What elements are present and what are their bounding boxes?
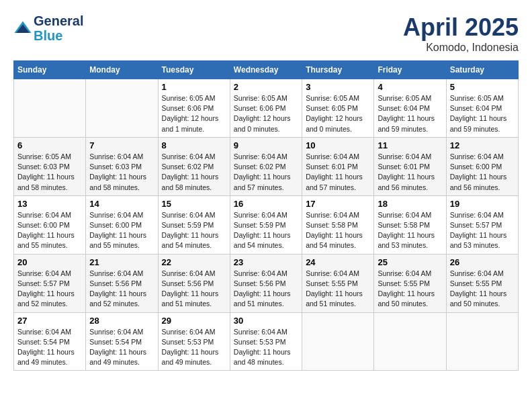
day-number: 30 xyxy=(234,316,298,326)
day-info: Sunrise: 6:04 AM Sunset: 6:02 PM Dayligh… xyxy=(162,152,226,193)
calendar-cell: 15Sunrise: 6:04 AM Sunset: 5:59 PM Dayli… xyxy=(158,195,230,254)
logo-icon xyxy=(13,19,32,38)
day-number: 14 xyxy=(89,199,154,209)
day-info: Sunrise: 6:04 AM Sunset: 6:03 PM Dayligh… xyxy=(89,152,154,193)
day-info: Sunrise: 6:04 AM Sunset: 6:00 PM Dayligh… xyxy=(17,210,82,251)
calendar-cell: 18Sunrise: 6:04 AM Sunset: 5:58 PM Dayli… xyxy=(374,195,446,254)
day-number: 19 xyxy=(450,199,515,209)
day-info: Sunrise: 6:05 AM Sunset: 6:06 PM Dayligh… xyxy=(162,93,226,134)
day-number: 11 xyxy=(378,140,442,150)
col-friday: Friday xyxy=(374,61,446,79)
calendar-cell: 9Sunrise: 6:04 AM Sunset: 6:02 PM Daylig… xyxy=(230,137,302,195)
calendar-cell: 1Sunrise: 6:05 AM Sunset: 6:06 PM Daylig… xyxy=(158,79,230,138)
day-number: 13 xyxy=(17,199,82,209)
day-number: 28 xyxy=(89,316,154,326)
day-number: 9 xyxy=(234,140,298,150)
calendar-cell: 16Sunrise: 6:04 AM Sunset: 5:59 PM Dayli… xyxy=(230,195,302,254)
calendar-week-row: 6Sunrise: 6:05 AM Sunset: 6:03 PM Daylig… xyxy=(14,137,519,195)
day-info: Sunrise: 6:05 AM Sunset: 6:04 PM Dayligh… xyxy=(450,93,515,134)
day-number: 2 xyxy=(234,82,298,92)
calendar-subtitle: Komodo, Indonesia xyxy=(403,42,519,54)
day-info: Sunrise: 6:04 AM Sunset: 5:54 PM Dayligh… xyxy=(17,327,82,368)
day-info: Sunrise: 6:04 AM Sunset: 5:57 PM Dayligh… xyxy=(17,269,82,310)
calendar-cell: 8Sunrise: 6:04 AM Sunset: 6:02 PM Daylig… xyxy=(158,137,230,195)
col-tuesday: Tuesday xyxy=(158,61,230,79)
day-number: 16 xyxy=(234,199,298,209)
day-info: Sunrise: 6:05 AM Sunset: 6:04 PM Dayligh… xyxy=(378,93,442,134)
day-number: 21 xyxy=(89,257,154,267)
day-info: Sunrise: 6:04 AM Sunset: 5:54 PM Dayligh… xyxy=(89,327,154,368)
calendar-cell: 26Sunrise: 6:04 AM Sunset: 5:55 PM Dayli… xyxy=(446,254,518,312)
day-info: Sunrise: 6:04 AM Sunset: 6:01 PM Dayligh… xyxy=(306,152,370,193)
calendar-cell: 29Sunrise: 6:04 AM Sunset: 5:53 PM Dayli… xyxy=(158,312,230,371)
calendar-week-row: 20Sunrise: 6:04 AM Sunset: 5:57 PM Dayli… xyxy=(14,254,519,312)
day-number: 10 xyxy=(306,140,370,150)
calendar-cell xyxy=(446,312,518,371)
day-info: Sunrise: 6:04 AM Sunset: 6:00 PM Dayligh… xyxy=(89,210,154,251)
calendar-cell: 17Sunrise: 6:04 AM Sunset: 5:58 PM Dayli… xyxy=(302,195,374,254)
day-info: Sunrise: 6:04 AM Sunset: 5:59 PM Dayligh… xyxy=(234,210,298,251)
day-number: 5 xyxy=(450,82,515,92)
calendar-cell: 25Sunrise: 6:04 AM Sunset: 5:55 PM Dayli… xyxy=(374,254,446,312)
day-info: Sunrise: 6:05 AM Sunset: 6:06 PM Dayligh… xyxy=(234,93,298,134)
col-saturday: Saturday xyxy=(446,61,518,79)
day-number: 29 xyxy=(162,316,226,326)
day-info: Sunrise: 6:04 AM Sunset: 5:56 PM Dayligh… xyxy=(234,269,298,310)
calendar-cell: 28Sunrise: 6:04 AM Sunset: 5:54 PM Dayli… xyxy=(86,312,158,371)
calendar-cell xyxy=(374,312,446,371)
col-monday: Monday xyxy=(86,61,158,79)
day-number: 3 xyxy=(306,82,370,92)
logo-text-line2: Blue xyxy=(34,28,83,43)
logo: General Blue xyxy=(13,13,83,43)
calendar-cell: 24Sunrise: 6:04 AM Sunset: 5:55 PM Dayli… xyxy=(302,254,374,312)
day-number: 6 xyxy=(17,140,82,150)
calendar-cell: 23Sunrise: 6:04 AM Sunset: 5:56 PM Dayli… xyxy=(230,254,302,312)
header: General Blue April 2025 Komodo, Indonesi… xyxy=(13,13,519,54)
calendar-cell: 22Sunrise: 6:04 AM Sunset: 5:56 PM Dayli… xyxy=(158,254,230,312)
day-info: Sunrise: 6:04 AM Sunset: 5:53 PM Dayligh… xyxy=(234,327,298,368)
calendar-week-row: 13Sunrise: 6:04 AM Sunset: 6:00 PM Dayli… xyxy=(14,195,519,254)
day-number: 27 xyxy=(17,316,82,326)
col-thursday: Thursday xyxy=(302,61,374,79)
day-info: Sunrise: 6:05 AM Sunset: 6:05 PM Dayligh… xyxy=(306,93,370,134)
calendar-week-row: 27Sunrise: 6:04 AM Sunset: 5:54 PM Dayli… xyxy=(14,312,519,371)
day-info: Sunrise: 6:04 AM Sunset: 6:00 PM Dayligh… xyxy=(450,152,515,193)
day-info: Sunrise: 6:05 AM Sunset: 6:03 PM Dayligh… xyxy=(17,152,82,193)
day-info: Sunrise: 6:04 AM Sunset: 5:55 PM Dayligh… xyxy=(306,269,370,310)
day-number: 18 xyxy=(378,199,442,209)
calendar-cell: 14Sunrise: 6:04 AM Sunset: 6:00 PM Dayli… xyxy=(86,195,158,254)
calendar-cell xyxy=(302,312,374,371)
calendar-cell: 6Sunrise: 6:05 AM Sunset: 6:03 PM Daylig… xyxy=(14,137,86,195)
day-number: 23 xyxy=(234,257,298,267)
title-area: April 2025 Komodo, Indonesia xyxy=(403,13,519,54)
day-info: Sunrise: 6:04 AM Sunset: 5:55 PM Dayligh… xyxy=(450,269,515,310)
day-info: Sunrise: 6:04 AM Sunset: 5:59 PM Dayligh… xyxy=(162,210,226,251)
calendar-cell: 27Sunrise: 6:04 AM Sunset: 5:54 PM Dayli… xyxy=(14,312,86,371)
day-info: Sunrise: 6:04 AM Sunset: 6:02 PM Dayligh… xyxy=(234,152,298,193)
calendar-cell: 10Sunrise: 6:04 AM Sunset: 6:01 PM Dayli… xyxy=(302,137,374,195)
day-number: 4 xyxy=(378,82,442,92)
day-info: Sunrise: 6:04 AM Sunset: 5:55 PM Dayligh… xyxy=(378,269,442,310)
day-number: 20 xyxy=(17,257,82,267)
day-info: Sunrise: 6:04 AM Sunset: 5:58 PM Dayligh… xyxy=(378,210,442,251)
calendar-cell: 21Sunrise: 6:04 AM Sunset: 5:56 PM Dayli… xyxy=(86,254,158,312)
day-number: 7 xyxy=(89,140,154,150)
calendar-cell: 30Sunrise: 6:04 AM Sunset: 5:53 PM Dayli… xyxy=(230,312,302,371)
day-number: 24 xyxy=(306,257,370,267)
day-number: 25 xyxy=(378,257,442,267)
day-number: 8 xyxy=(162,140,226,150)
calendar-cell: 4Sunrise: 6:05 AM Sunset: 6:04 PM Daylig… xyxy=(374,79,446,138)
calendar-cell: 2Sunrise: 6:05 AM Sunset: 6:06 PM Daylig… xyxy=(230,79,302,138)
calendar-table: Sunday Monday Tuesday Wednesday Thursday… xyxy=(13,60,519,371)
calendar-cell: 20Sunrise: 6:04 AM Sunset: 5:57 PM Dayli… xyxy=(14,254,86,312)
calendar-cell: 19Sunrise: 6:04 AM Sunset: 5:57 PM Dayli… xyxy=(446,195,518,254)
calendar-cell: 7Sunrise: 6:04 AM Sunset: 6:03 PM Daylig… xyxy=(86,137,158,195)
calendar-week-row: 1Sunrise: 6:05 AM Sunset: 6:06 PM Daylig… xyxy=(14,79,519,138)
calendar-cell: 11Sunrise: 6:04 AM Sunset: 6:01 PM Dayli… xyxy=(374,137,446,195)
calendar-cell: 12Sunrise: 6:04 AM Sunset: 6:00 PM Dayli… xyxy=(446,137,518,195)
calendar-cell: 5Sunrise: 6:05 AM Sunset: 6:04 PM Daylig… xyxy=(446,79,518,138)
calendar-cell: 3Sunrise: 6:05 AM Sunset: 6:05 PM Daylig… xyxy=(302,79,374,138)
calendar-cell: 13Sunrise: 6:04 AM Sunset: 6:00 PM Dayli… xyxy=(14,195,86,254)
day-info: Sunrise: 6:04 AM Sunset: 6:01 PM Dayligh… xyxy=(378,152,442,193)
calendar-header-row: Sunday Monday Tuesday Wednesday Thursday… xyxy=(14,61,519,79)
